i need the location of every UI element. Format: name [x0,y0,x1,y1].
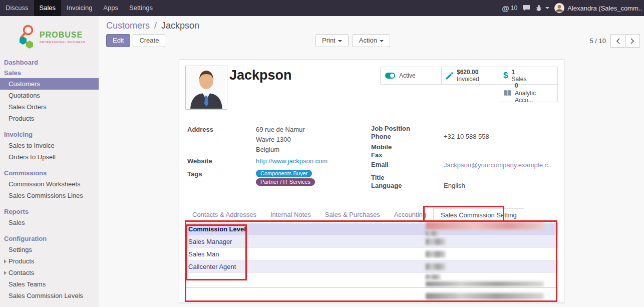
menu-apps[interactable]: Apps [98,0,124,16]
sidebar-item-quotations[interactable]: Quotations [0,90,99,101]
tab-contacts-addresses[interactable]: Contacts & Addresses [185,208,263,221]
redacted-blur [426,222,544,229]
book-icon [503,90,511,97]
email-link[interactable]: Jackpson@yourcompany.example.c.. [444,161,551,169]
tab-sales-purchases[interactable]: Sales & Purchases [318,208,387,221]
user-avatar [554,3,564,13]
table-row[interactable]: Sales Man [185,248,558,260]
notebook-tabs: Contacts & Addresses Internal Notes Sale… [185,208,558,222]
redacted-blur [426,274,441,279]
caret-down-icon [545,7,549,9]
breadcrumb-separator: / [154,21,157,31]
sidebar-item-config-contacts[interactable]: Contacts [0,267,99,278]
sidebar-section-reports[interactable]: Reports [0,206,99,217]
pager-previous-button[interactable] [610,34,625,48]
print-dropdown[interactable]: Print [315,34,349,47]
customer-form-sheet: Jackpson Active $620.00 Invoiced [179,59,564,303]
tag-partner-it-services[interactable]: Partner / IT Services [256,178,315,186]
breadcrumb: Customers / Jackpson [106,21,199,31]
column-header-commission-level[interactable]: Commission Level [185,225,246,233]
commission-level-cell[interactable]: Sales Man [185,250,246,258]
menu-sales[interactable]: Sales [34,0,62,16]
sidebar-item-sales-commissions-lines[interactable]: Sales Commissions Lines [0,190,99,201]
bug-icon [535,5,542,12]
analytic-accounts-stat-button[interactable]: 0 Analytic Acco... [499,84,558,102]
invoiced-stat-button[interactable]: $620.00 Invoiced [441,67,499,85]
sidebar-item-settings[interactable]: Settings [0,244,99,255]
edit-button[interactable]: Edit [106,34,130,47]
active-toggle-button[interactable]: Active [380,67,442,85]
sidebar-item-config-products[interactable]: Products [0,255,99,267]
main-content: Customers / Jackpson Edit Create Print A… [99,16,644,307]
menu-invoicing[interactable]: Invoicing [61,0,98,16]
sidebar-item-sales-commission-levels[interactable]: Sales Commission Levels [0,290,99,301]
language-value: English [444,182,465,189]
table-row-empty [185,273,558,280]
tab-sales-commission-setting[interactable]: Sales Commission Setting [433,208,524,222]
create-button[interactable]: Create [133,34,165,47]
table-footer-separator [185,287,558,288]
customer-photo[interactable] [185,66,227,110]
chat-bubble-icon [522,5,530,12]
phone-label: Phone [371,133,391,140]
mobile-label: Mobile [371,143,392,151]
record-pager: 5 / 10 [589,34,640,48]
tag-components-buyer[interactable]: Components Buyer [256,170,312,177]
sidebar-section-configuration[interactable]: Configuration [0,233,99,244]
email-label: Email [371,161,389,168]
sidebar-item-orders-to-upsell[interactable]: Orders to Upsell [0,151,99,163]
chevron-right-icon [4,271,7,275]
sidebar-item-commission-worksheets[interactable]: Commission Worksheets [0,178,99,190]
user-menu[interactable]: Alexandra (Sales_comm.. [554,3,642,13]
chevron-left-icon [616,38,620,44]
sidebar-item-sales-to-invoice[interactable]: Sales to Invoice [0,140,99,151]
at-icon: @ [502,4,509,13]
sidebar-item-sales-orders[interactable]: Sales Orders [0,101,99,113]
pager-counter: 5 / 10 [589,37,606,45]
table-row[interactable]: Sales Manager [185,235,558,248]
sidebar-item-reports-sales[interactable]: Sales [0,217,99,228]
sidebar-item-sales[interactable]: Sales [0,68,99,78]
menu-discuss[interactable]: Discuss [0,0,34,16]
sidebar: PROBUSE PROFESSIONAL BUSINESS Dashboard … [0,16,99,307]
sidebar-item-customers[interactable]: Customers [0,78,99,90]
pencil-icon [446,72,453,80]
title-label: Title [371,174,385,181]
menu-settings[interactable]: Settings [124,0,158,16]
sidebar-item-dashboard[interactable]: Dashboard [0,57,99,68]
sidebar-item-products[interactable]: Products [0,113,99,124]
language-label: Language [371,182,402,189]
caret-down-icon [338,40,342,42]
website-label: Website [187,157,212,165]
record-name: Jackpson [229,68,292,83]
pager-next-button[interactable] [625,34,640,48]
commission-level-cell[interactable]: Callcenter Agent [185,263,246,270]
tab-accounting[interactable]: Accounting [387,208,433,221]
commission-level-cell[interactable]: Sales Manager [185,238,246,245]
messages-button[interactable] [522,5,530,12]
chevron-right-icon [630,38,634,44]
breadcrumb-current: Jackpson [161,21,199,31]
tab-internal-notes[interactable]: Internal Notes [263,208,318,221]
control-panel-actions: Print Action [315,34,390,47]
action-dropdown[interactable]: Action [353,34,390,47]
chevron-right-icon [4,259,7,263]
redacted-blur [426,293,544,299]
user-name: Alexandra (Sales_comm.. [567,5,642,12]
debug-menu-button[interactable] [535,5,549,12]
sidebar-section-invoicing[interactable]: Invoicing [0,129,99,140]
website-link[interactable]: http://www.jackpson.com [256,157,328,165]
redacted-blur [426,281,544,286]
probuse-logo-icon [17,24,36,50]
job-position-label: Job Position [371,125,410,132]
mentions-button[interactable]: @ 10 [502,4,517,13]
address-label: Address [187,126,213,133]
stat-buttons: Active $620.00 Invoiced $ 1 Sales [379,67,558,102]
dollar-icon: $ [503,71,508,81]
sidebar-section-commissions[interactable]: Commissions [0,168,99,178]
table-row[interactable]: Callcenter Agent [185,260,558,273]
sidebar-item-sales-teams[interactable]: Sales Teams [0,278,99,290]
toggle-icon [385,72,396,79]
breadcrumb-customers-link[interactable]: Customers [106,21,150,31]
redacted-blur [426,251,446,257]
